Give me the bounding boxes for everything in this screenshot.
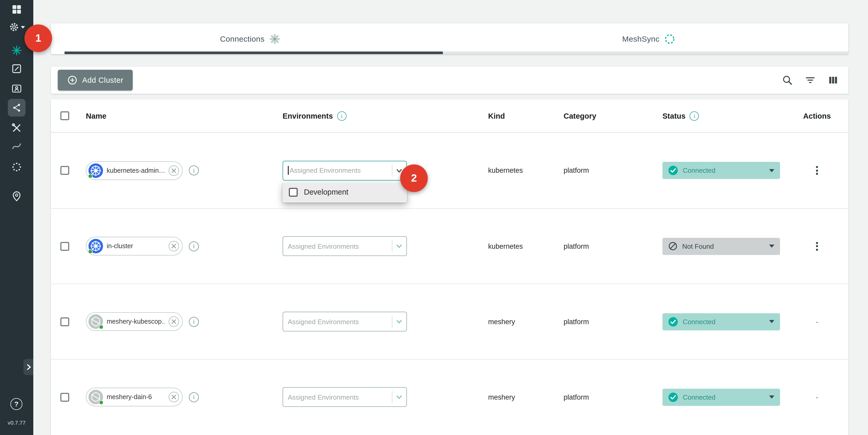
connected-check-icon [668, 165, 678, 175]
plus-circle-icon [67, 75, 78, 85]
select-placeholder: Assigned Environments [288, 393, 389, 401]
status-caret-icon [769, 320, 774, 323]
connection-chip[interactable]: in-cluster [86, 237, 183, 255]
active-tab-indicator [65, 52, 443, 54]
row-checkbox[interactable] [60, 242, 69, 251]
assigned-environments-select[interactable]: Assigned Environments [283, 236, 407, 256]
users-icon[interactable] [0, 83, 33, 94]
presence-dot [99, 325, 103, 330]
chip-delete-icon[interactable] [168, 165, 179, 176]
share-nodes-icon[interactable] [0, 99, 33, 117]
annotation-badge-2: 2 [400, 164, 428, 192]
no-actions-dash: - [816, 317, 818, 326]
service-mesh-ring-icon[interactable] [0, 161, 33, 173]
performance-curve-icon[interactable] [0, 141, 33, 152]
select-placeholder: Assigned Environments [289, 166, 389, 174]
chevron-down-icon [21, 26, 25, 28]
location-pin-icon[interactable] [0, 190, 33, 202]
connection-name: meshery-kubescop… [107, 318, 165, 325]
presence-dot [99, 400, 103, 405]
connection-avatar [89, 314, 103, 329]
filter-icon[interactable] [805, 74, 816, 86]
connection-chip[interactable]: meshery-kubescop… [86, 312, 183, 331]
assigned-environments-select[interactable]: Assigned Environments [283, 312, 407, 332]
chip-delete-icon[interactable] [168, 316, 179, 327]
add-cluster-label: Add Cluster [82, 76, 123, 84]
chevron-down-icon[interactable] [396, 243, 403, 250]
status-caret-icon [769, 396, 774, 399]
status-label: Connected [683, 393, 765, 401]
kind-cell: meshery [480, 393, 556, 401]
connected-check-icon [668, 317, 678, 327]
tools-icon[interactable] [0, 122, 33, 134]
select-all-checkbox[interactable] [60, 111, 69, 120]
connection-chip[interactable]: kubernetes-admin… [86, 161, 183, 180]
help-button[interactable]: ? [10, 398, 22, 410]
row-menu-icon[interactable] [814, 240, 820, 253]
tab-meshsync-label: MeshSync [622, 34, 659, 43]
connection-avatar [89, 239, 103, 253]
category-cell: platform [556, 166, 655, 174]
assigned-environments-select[interactable]: Assigned Environments [283, 160, 407, 180]
option-checkbox[interactable] [289, 188, 298, 196]
tab-connections-label: Connections [220, 34, 265, 43]
table-row: in-cluster i Assigned Environments kuber… [51, 208, 848, 284]
chevron-down-icon[interactable] [396, 318, 403, 325]
presence-dot [88, 174, 93, 178]
dropdown-option[interactable]: Development [283, 182, 407, 201]
environments-info-icon[interactable]: i [337, 111, 346, 120]
search-icon[interactable] [782, 74, 793, 86]
row-checkbox[interactable] [60, 393, 69, 401]
status-chip[interactable]: Connected [662, 162, 780, 179]
assigned-environments-select[interactable]: Assigned Environments [283, 387, 407, 407]
columns-view-icon[interactable] [828, 74, 839, 86]
presence-dot [88, 249, 93, 254]
info-icon[interactable]: i [189, 392, 199, 402]
header-name: Name [78, 112, 275, 120]
connection-name: meshery-dain-6 [107, 393, 165, 401]
status-chip[interactable]: Connected [662, 313, 780, 330]
kind-cell: kubernetes [480, 242, 556, 250]
tab-meshsync[interactable]: MeshSync [450, 23, 848, 54]
chevron-right-icon [25, 363, 32, 371]
status-info-icon[interactable]: i [690, 111, 699, 120]
row-checkbox[interactable] [60, 317, 69, 326]
annotation-badge-1: 1 [25, 25, 52, 52]
status-label: Not Found [682, 242, 765, 250]
sidebar-expand-button[interactable] [23, 359, 33, 375]
info-icon[interactable]: i [189, 165, 199, 175]
sidebar: ? v0.7.77 [0, 0, 33, 435]
connected-check-icon [668, 392, 678, 402]
header-category: Category [556, 112, 655, 120]
chip-delete-icon[interactable] [168, 392, 179, 402]
share-nodes-highlight [8, 99, 26, 117]
select-divider [392, 315, 392, 328]
info-icon[interactable]: i [189, 317, 199, 327]
toolbar: Add Cluster [51, 67, 848, 94]
dashboard-icon[interactable] [0, 4, 33, 15]
tab-connections[interactable]: Connections [51, 23, 450, 54]
kind-cell: kubernetes [480, 166, 556, 174]
add-cluster-button[interactable]: Add Cluster [58, 70, 133, 91]
status-chip[interactable]: Not Found [662, 238, 780, 255]
status-chip[interactable]: Connected [662, 389, 780, 406]
category-cell: platform [556, 242, 655, 250]
status-caret-icon [769, 169, 774, 172]
status-label: Connected [683, 318, 765, 325]
option-label: Development [304, 188, 348, 196]
connection-chip[interactable]: meshery-dain-6 [86, 387, 183, 406]
tabs-bar: Connections MeshSync [51, 23, 848, 54]
row-checkbox[interactable] [60, 166, 69, 175]
header-status: Statusi [655, 111, 786, 120]
configuration-edit-icon[interactable] [0, 63, 33, 74]
connections-flower-icon [269, 33, 281, 44]
select-placeholder: Assigned Environments [288, 242, 389, 250]
status-label: Connected [683, 166, 765, 174]
table-row: kubernetes-admin… i Assigned Environment… [51, 133, 848, 208]
chevron-down-icon[interactable] [396, 393, 403, 401]
row-menu-icon[interactable] [814, 164, 820, 177]
select-placeholder: Assigned Environments [288, 318, 389, 325]
chip-delete-icon[interactable] [168, 241, 179, 251]
info-icon[interactable]: i [189, 241, 199, 251]
status-caret-icon [769, 245, 774, 248]
